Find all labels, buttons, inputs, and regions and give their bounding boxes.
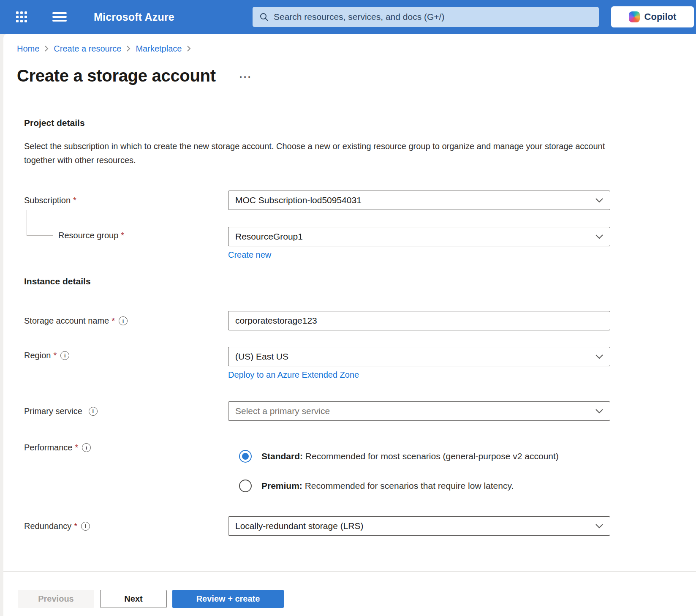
required-marker: * bbox=[74, 521, 77, 531]
title-row: Create a storage account ··· bbox=[17, 64, 696, 87]
radio-option-description: Recommended for most scenarios (general-… bbox=[305, 451, 559, 461]
redundancy-select[interactable]: Locally-redundant storage (LRS) bbox=[228, 516, 610, 536]
storage-account-name-input[interactable]: corporatestorage123 bbox=[228, 311, 610, 330]
hierarchy-connector-line bbox=[27, 210, 53, 236]
subscription-select[interactable]: MOC Subscription-lod50954031 bbox=[228, 191, 610, 210]
next-button[interactable]: Next bbox=[100, 590, 167, 608]
basics-form: Project details Select the subscription … bbox=[3, 117, 696, 536]
create-new-link[interactable]: Create new bbox=[228, 250, 271, 260]
chevron-down-icon bbox=[595, 524, 603, 529]
project-details-description: Select the subscription in which to crea… bbox=[24, 139, 610, 167]
search-placeholder: Search resources, services, and docs (G+… bbox=[274, 12, 444, 22]
redundancy-row: Redundancy* i Locally-redundant storage … bbox=[24, 516, 610, 536]
info-icon[interactable]: i bbox=[119, 316, 128, 325]
chevron-right-icon bbox=[187, 45, 191, 52]
subscription-label: Subscription* bbox=[24, 196, 228, 205]
previous-button[interactable]: Previous bbox=[18, 590, 94, 608]
radio-selected-icon bbox=[239, 450, 252, 463]
required-marker: * bbox=[111, 316, 115, 326]
waffle-menu-icon[interactable] bbox=[16, 11, 27, 22]
storage-account-name-value: corporatestorage123 bbox=[235, 316, 317, 326]
subscription-row: Subscription* MOC Subscription-lod509540… bbox=[24, 191, 610, 210]
region-value: (US) East US bbox=[235, 352, 288, 362]
breadcrumb-create-a-resource[interactable]: Create a resource bbox=[54, 43, 121, 55]
chevron-down-icon bbox=[595, 198, 603, 203]
required-marker: * bbox=[73, 196, 76, 205]
wizard-footer: Previous Next Review + create bbox=[3, 572, 696, 616]
copilot-label: Copilot bbox=[644, 11, 677, 22]
primary-service-placeholder: Select a primary service bbox=[235, 406, 330, 416]
region-select[interactable]: (US) East US bbox=[228, 347, 610, 366]
more-options-icon[interactable]: ··· bbox=[239, 73, 252, 81]
copilot-icon bbox=[629, 11, 640, 22]
azure-topbar: Microsoft Azure Search resources, servic… bbox=[0, 0, 696, 34]
required-marker: * bbox=[53, 351, 57, 360]
radio-option-name: Premium: bbox=[261, 481, 302, 491]
project-details-heading: Project details bbox=[24, 117, 610, 128]
info-icon[interactable]: i bbox=[60, 351, 69, 360]
redundancy-value: Locally-redundant storage (LRS) bbox=[235, 521, 364, 531]
create-storage-account-pane: Home Create a resource Marketplace Creat… bbox=[3, 34, 696, 616]
hamburger-menu-icon[interactable] bbox=[52, 12, 67, 22]
resource-group-value: ResourceGroup1 bbox=[235, 232, 303, 242]
deploy-extended-zone-link[interactable]: Deploy to an Azure Extended Zone bbox=[228, 370, 359, 380]
performance-row: Performance* i Standard: Recommended for… bbox=[24, 442, 610, 492]
primary-service-label: Primary service i bbox=[24, 406, 228, 416]
page-title: Create a storage account bbox=[17, 66, 216, 85]
radio-unselected-icon bbox=[239, 480, 252, 492]
resource-group-select[interactable]: ResourceGroup1 bbox=[228, 227, 610, 246]
info-icon[interactable]: i bbox=[81, 522, 90, 531]
subscription-value: MOC Subscription-lod50954031 bbox=[235, 195, 362, 205]
chevron-down-icon bbox=[595, 409, 603, 414]
performance-label: Performance* i bbox=[24, 442, 228, 453]
redundancy-label: Redundancy* i bbox=[24, 521, 228, 531]
storage-account-name-row: Storage account name* i corporatestorage… bbox=[24, 311, 610, 330]
breadcrumb: Home Create a resource Marketplace bbox=[3, 34, 696, 55]
chevron-right-icon bbox=[44, 45, 49, 52]
instance-details-heading: Instance details bbox=[24, 276, 610, 287]
region-row: Region* i (US) East US Deploy to an Azur… bbox=[24, 347, 610, 380]
breadcrumb-home[interactable]: Home bbox=[17, 43, 39, 55]
performance-option-standard[interactable]: Standard: Recommended for most scenarios… bbox=[239, 450, 610, 463]
required-marker: * bbox=[75, 443, 79, 452]
resource-group-row: Resource group* ResourceGroup1 Create ne… bbox=[24, 227, 610, 260]
info-icon[interactable]: i bbox=[89, 407, 98, 416]
performance-option-premium[interactable]: Premium: Recommended for scenarios that … bbox=[239, 480, 610, 492]
performance-radio-group: Standard: Recommended for most scenarios… bbox=[228, 442, 610, 492]
required-marker: * bbox=[121, 231, 124, 240]
chevron-down-icon bbox=[595, 234, 603, 239]
global-search-input[interactable]: Search resources, services, and docs (G+… bbox=[253, 7, 599, 27]
chevron-right-icon bbox=[126, 45, 130, 52]
copilot-button[interactable]: Copilot bbox=[611, 6, 694, 27]
chevron-down-icon bbox=[595, 354, 603, 359]
resource-group-label: Resource group* bbox=[24, 227, 228, 240]
search-icon bbox=[259, 12, 269, 22]
storage-account-name-label: Storage account name* i bbox=[24, 316, 228, 326]
primary-service-row: Primary service i Select a primary servi… bbox=[24, 401, 610, 421]
breadcrumb-marketplace[interactable]: Marketplace bbox=[136, 43, 182, 55]
review-create-button[interactable]: Review + create bbox=[172, 590, 284, 608]
info-icon[interactable]: i bbox=[82, 443, 91, 452]
region-label: Region* i bbox=[24, 347, 228, 360]
radio-option-name: Standard: bbox=[261, 451, 303, 461]
radio-option-description: Recommended for scenarios that require l… bbox=[305, 481, 514, 491]
brand-title[interactable]: Microsoft Azure bbox=[94, 11, 174, 23]
primary-service-select[interactable]: Select a primary service bbox=[228, 401, 610, 421]
